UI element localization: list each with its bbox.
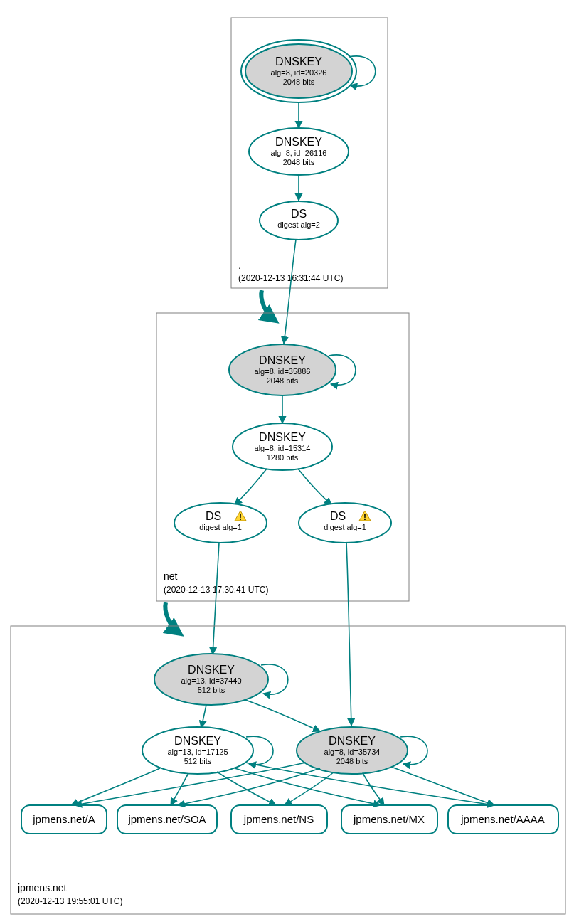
svg-text:DS: DS [291,208,307,220]
svg-text:DNSKEY: DNSKEY [275,55,322,68]
svg-text:2048 bits: 2048 bits [267,376,299,385]
node-jp-zsk: DNSKEY alg=13, id=17125 512 bits [142,727,253,774]
node-rr-ns: jpmens.net/NS [231,805,327,834]
svg-text:alg=13, id=17125: alg=13, id=17125 [167,748,228,756]
edge-jp-key2-to-mx [363,773,384,805]
svg-text:jpmens.net/MX: jpmens.net/MX [353,813,425,825]
svg-text:jpmens.net/AAAA: jpmens.net/AAAA [460,813,545,825]
zone-jpmens: jpmens.net (2020-12-13 19:55:01 UTC) DNS… [11,626,565,914]
edge-net-ds1-to-jp-ksk [213,543,219,654]
node-net-zsk: DNSKEY alg=8, id=15314 1280 bits [233,423,332,470]
edge-jp-key2-to-aaaa [391,767,494,805]
edge-delegation-root-to-net [261,290,275,320]
node-rr-aaaa: jpmens.net/AAAA [448,805,558,834]
edge-jp-zsk-to-a [71,768,160,805]
node-net-ds1: DS digest alg=1 ! [174,503,267,543]
svg-text:1280 bits: 1280 bits [267,453,299,462]
svg-text:DS: DS [330,510,346,522]
edge-jp-zsk-to-soa [171,773,188,805]
svg-text:alg=8, id=20326: alg=8, id=20326 [271,68,327,77]
zone-jpmens-timestamp: (2020-12-13 19:55:01 UTC) [18,896,122,906]
edge-delegation-net-to-jpmens [165,602,179,633]
svg-text:DNSKEY: DNSKEY [329,735,376,747]
svg-text:DNSKEY: DNSKEY [259,354,306,366]
zone-root-label: . [238,260,241,271]
edge-jp-ksk-to-zsk [201,705,206,728]
svg-text:512 bits: 512 bits [184,757,212,765]
node-jp-ksk: DNSKEY alg=13, id=37440 512 bits [154,654,268,705]
node-root-ds: DS digest alg=2 [260,201,338,240]
svg-text:alg=8, id=26116: alg=8, id=26116 [271,149,327,157]
svg-text:digest alg=1: digest alg=1 [324,523,366,531]
svg-text:jpmens.net/A: jpmens.net/A [32,813,95,825]
svg-text:alg=13, id=37440: alg=13, id=37440 [181,676,241,685]
zone-root: . (2020-12-13 16:31:44 UTC) DNSKEY alg=8… [231,18,388,288]
dnssec-chain-diagram: . (2020-12-13 16:31:44 UTC) DNSKEY alg=8… [0,0,574,924]
node-net-ds2: DS digest alg=1 ! [299,503,391,543]
zone-jpmens-label: jpmens.net [17,882,67,893]
edge-root-ds-to-net-ksk [284,240,296,344]
svg-text:2048 bits: 2048 bits [283,78,315,86]
node-root-ksk: DNSKEY alg=8, id=20326 2048 bits [241,40,356,102]
node-rr-a: jpmens.net/A [21,805,107,834]
edge-jp-zsk-to-ns [217,772,276,805]
svg-text:jpmens.net/NS: jpmens.net/NS [243,813,314,825]
svg-text:jpmens.net/SOA: jpmens.net/SOA [127,813,206,825]
node-net-ksk: DNSKEY alg=8, id=35886 2048 bits [229,344,336,395]
edge-jp-ksk-to-key2 [245,700,320,731]
edge-net-ds2-to-jp-key2 [346,543,351,726]
svg-text:2048 bits: 2048 bits [336,757,368,765]
node-rr-mx: jpmens.net/MX [341,805,437,834]
svg-text:!: ! [363,512,366,522]
svg-text:digest alg=2: digest alg=2 [277,221,320,229]
svg-text:512 bits: 512 bits [198,686,225,694]
svg-text:alg=8, id=35734: alg=8, id=35734 [324,748,381,756]
svg-text:DNSKEY: DNSKEY [275,136,322,148]
svg-text:DNSKEY: DNSKEY [174,735,221,747]
svg-text:alg=8, id=35886: alg=8, id=35886 [255,367,311,376]
svg-text:2048 bits: 2048 bits [283,158,315,166]
edge-net-zsk-to-ds2 [298,469,331,505]
zone-net-label: net [164,570,178,582]
svg-text:alg=8, id=15314: alg=8, id=15314 [255,444,311,452]
node-root-zsk: DNSKEY alg=8, id=26116 2048 bits [249,128,349,175]
svg-text:digest alg=1: digest alg=1 [199,523,242,531]
svg-text:DNSKEY: DNSKEY [188,664,235,676]
svg-text:DNSKEY: DNSKEY [259,431,306,443]
node-jp-key2: DNSKEY alg=8, id=35734 2048 bits [297,727,408,774]
node-rr-soa: jpmens.net/SOA [117,805,217,834]
svg-text:DS: DS [206,510,221,522]
zone-net: net (2020-12-13 17:30:41 UTC) DNSKEY alg… [156,313,409,601]
svg-rect-30 [11,626,565,914]
edge-net-zsk-to-ds1 [235,469,267,505]
svg-text:!: ! [239,512,242,522]
